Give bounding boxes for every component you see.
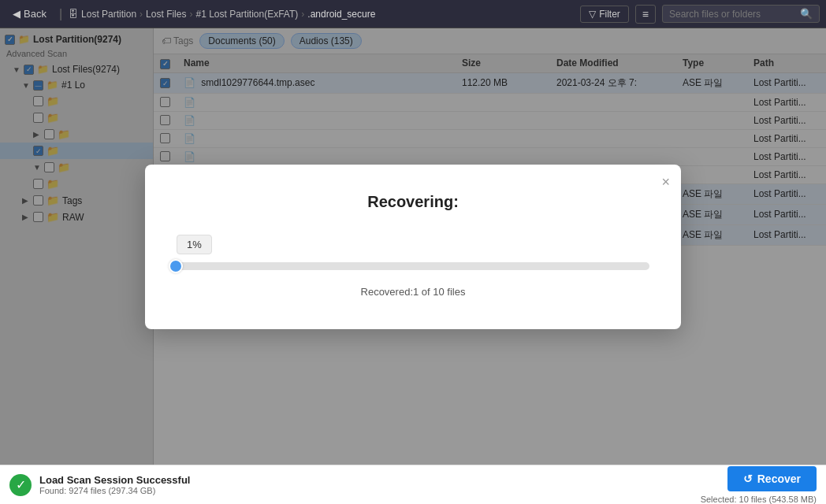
progress-bar-fill bbox=[177, 262, 181, 270]
menu-icon: ≡ bbox=[642, 8, 649, 20]
bottom-bar: ✓ Load Scan Session Successful Found: 92… bbox=[0, 465, 826, 504]
progress-percent: 1% bbox=[177, 235, 212, 254]
filter-icon: ▽ bbox=[589, 9, 596, 20]
progress-container: 1% bbox=[177, 235, 649, 270]
filter-button[interactable]: ▽ Filter bbox=[580, 6, 629, 23]
filter-label: Filter bbox=[599, 9, 620, 20]
breadcrumb-sep1: › bbox=[140, 9, 143, 20]
progress-status: Recovered:1 of 10 files bbox=[177, 286, 649, 298]
top-bar-actions: ▽ Filter ≡ 🔍 bbox=[580, 5, 820, 24]
search-box: 🔍 bbox=[662, 5, 820, 23]
search-icon: 🔍 bbox=[800, 8, 813, 20]
scan-found-label: Found: 9274 files (297.34 GB) bbox=[39, 486, 693, 495]
recover-button[interactable]: ↺ Recover bbox=[727, 466, 817, 491]
breadcrumb-sep2: › bbox=[189, 9, 192, 20]
breadcrumb-part1[interactable]: Lost Partition bbox=[81, 9, 136, 20]
success-icon: ✓ bbox=[9, 474, 32, 496]
progress-bar-background bbox=[177, 262, 649, 270]
recover-label: Recover bbox=[757, 472, 801, 485]
scan-success-title: Load Scan Session Successful bbox=[39, 474, 693, 486]
back-button[interactable]: ◀ Back bbox=[6, 5, 53, 23]
modal-overlay: × Recovering: 1% Recovered:1 of 10 files bbox=[0, 28, 826, 465]
search-input[interactable] bbox=[669, 9, 795, 20]
bottom-text: Load Scan Session Successful Found: 9274… bbox=[39, 474, 693, 495]
top-bar: ◀ Back | 🗄 Lost Partition › Lost Files ›… bbox=[0, 0, 826, 28]
modal-title: Recovering: bbox=[177, 193, 649, 211]
modal-close-button[interactable]: × bbox=[661, 174, 670, 191]
separator: | bbox=[59, 7, 62, 21]
breadcrumb-part2[interactable]: Lost Files bbox=[146, 9, 186, 20]
breadcrumb: 🗄 Lost Partition › Lost Files › #1 Lost … bbox=[69, 9, 375, 20]
back-label: Back bbox=[24, 8, 47, 20]
selected-info: Selected: 10 files (543.58 MB) bbox=[701, 495, 817, 504]
breadcrumb-part4[interactable]: .android_secure bbox=[307, 9, 375, 20]
back-arrow-icon: ◀ bbox=[13, 8, 20, 20]
breadcrumb-part3[interactable]: #1 Lost Partition(ExFAT) bbox=[195, 9, 298, 20]
recover-icon: ↺ bbox=[743, 472, 753, 485]
menu-button[interactable]: ≡ bbox=[635, 5, 656, 24]
breadcrumb-sep3: › bbox=[301, 9, 304, 20]
recovering-modal: × Recovering: 1% Recovered:1 of 10 files bbox=[145, 165, 681, 329]
partition-icon: 🗄 bbox=[69, 9, 78, 20]
